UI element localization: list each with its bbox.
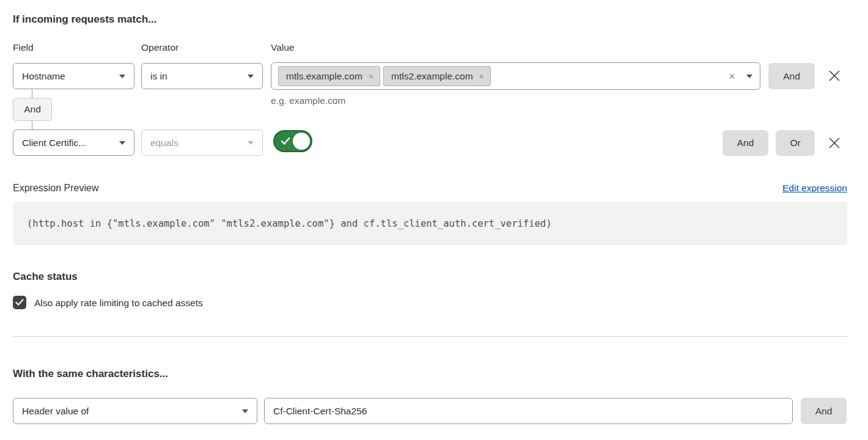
operator-select-row2-value: equals [150, 138, 241, 148]
rule-builder-panel: If incoming requests match... Field Oper… [0, 0, 868, 440]
tag-remove-icon[interactable]: × [479, 72, 484, 81]
connector-line [32, 121, 32, 130]
toggle-knob [293, 133, 310, 150]
header-name-input[interactable] [264, 398, 793, 424]
operator-column-label: Operator [141, 42, 178, 53]
cached-assets-checkbox[interactable] [13, 296, 26, 309]
characteristic-select-value: Header value of [22, 406, 236, 417]
cached-assets-checkbox-label: Also apply rate limiting to cached asset… [34, 298, 203, 309]
expression-code-box: (http.host in {"mtls.example.com" "mtls2… [13, 202, 847, 245]
field-select-row2-value: Client Certific... [22, 138, 113, 148]
operator-select-row1-value: is in [150, 71, 241, 82]
value-multiselect[interactable]: mtls.example.com × mtls2.example.com × × [271, 62, 760, 90]
remove-rule-icon[interactable] [827, 136, 842, 150]
chevron-down-icon [119, 141, 125, 145]
check-icon [15, 299, 24, 306]
operator-select-row2-disabled: equals [141, 130, 263, 156]
and-button-row1[interactable]: And [768, 63, 815, 89]
field-select-row2[interactable]: Client Certific... [13, 130, 134, 156]
value-tag: mtls.example.com × [278, 66, 380, 86]
value-column-label: Value [271, 42, 295, 53]
chevron-down-icon[interactable] [746, 75, 752, 78]
chevron-down-icon [119, 75, 125, 78]
connector-line [32, 89, 32, 98]
chevron-down-icon [248, 75, 254, 78]
and-connector-button[interactable]: And [13, 98, 52, 121]
expression-preview-label: Expression Preview [13, 183, 99, 194]
remove-rule-icon[interactable] [827, 68, 842, 83]
characteristic-select[interactable]: Header value of [13, 398, 257, 424]
value-tag: mtls2.example.com × [383, 66, 491, 86]
value-tag-text: mtls.example.com [286, 71, 362, 82]
field-column-label: Field [13, 42, 34, 53]
characteristics-title: With the same characteristics... [13, 368, 168, 380]
field-select-row1-value: Hostname [22, 71, 113, 82]
and-button-row2[interactable]: And [723, 130, 768, 156]
or-button-row2[interactable]: Or [776, 130, 815, 156]
match-section-title: If incoming requests match... [13, 13, 156, 26]
operator-select-row1[interactable]: is in [141, 63, 263, 89]
field-select-row1[interactable]: Hostname [13, 63, 134, 89]
check-icon [281, 137, 290, 145]
cache-status-title: Cache status [13, 271, 78, 283]
expression-code: (http.host in {"mtls.example.com" "mtls2… [27, 218, 552, 229]
edit-expression-link[interactable]: Edit expression [782, 183, 847, 194]
cert-verified-toggle[interactable] [273, 130, 312, 152]
value-helper-text: e.g. example.com [271, 95, 345, 106]
clear-values-icon[interactable]: × [729, 70, 735, 82]
chevron-down-icon [248, 141, 254, 145]
tag-remove-icon[interactable]: × [369, 72, 373, 81]
value-tag-text: mtls2.example.com [391, 71, 473, 82]
chevron-down-icon [242, 409, 248, 413]
and-button-characteristics[interactable]: And [801, 398, 847, 424]
section-divider [13, 336, 847, 337]
